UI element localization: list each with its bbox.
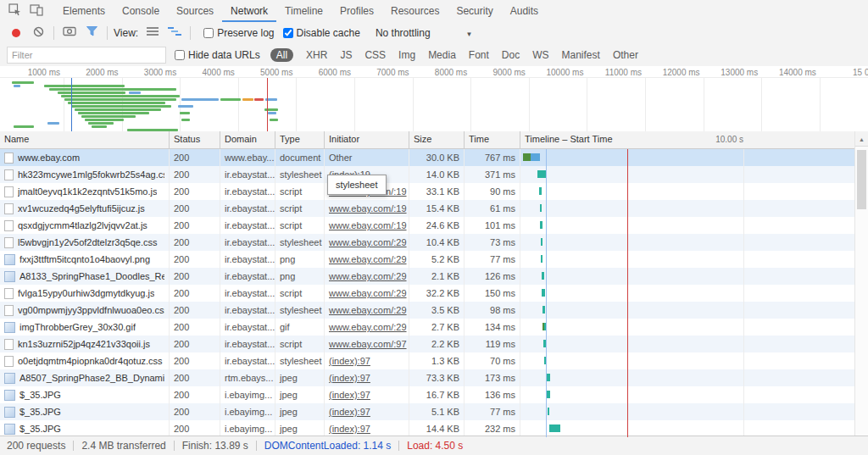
table-row[interactable]: jmalt0eyvq1k1k2ezqntv51k5mo.js200ir.ebay… xyxy=(0,183,868,200)
filter-type-doc[interactable]: Doc xyxy=(502,49,520,61)
filter-type-xhr[interactable]: XHR xyxy=(306,49,327,61)
column-header-timeline-start-time[interactable]: Timeline – Start Time10.00 s xyxy=(520,131,854,148)
request-name: $_35.JPG xyxy=(19,420,61,437)
tab-security[interactable]: Security xyxy=(448,0,501,22)
throttling-select[interactable]: No throttling xyxy=(376,27,473,39)
filter-type-font[interactable]: Font xyxy=(469,49,489,61)
initiator-link[interactable]: www.ebay.com/:29 xyxy=(329,288,407,298)
cell-timeline xyxy=(520,420,854,437)
clear-icon xyxy=(33,26,44,40)
filter-type-manifest[interactable]: Manifest xyxy=(562,49,600,61)
overview-gridline xyxy=(413,77,414,131)
filter-type-img[interactable]: Img xyxy=(398,49,415,61)
filter-input[interactable] xyxy=(7,47,166,64)
filter-type-ws[interactable]: WS xyxy=(532,49,548,61)
tab-timeline[interactable]: Timeline xyxy=(276,0,331,22)
request-name: A8133_SpringPhase1_Doodles_Refresh... xyxy=(19,268,164,285)
preserve-log-checkbox[interactable] xyxy=(203,28,214,38)
initiator-link[interactable]: (index):97 xyxy=(329,407,370,417)
hide-data-urls-checkbox[interactable] xyxy=(175,50,185,60)
camera-icon xyxy=(63,26,76,39)
filter-type-other[interactable]: Other xyxy=(613,49,638,61)
tab-console[interactable]: Console xyxy=(114,0,168,22)
table-row[interactable]: fvlga15ypy0urhiw3dgmytdkyug.js200ir.ebay… xyxy=(0,285,868,302)
waterfall-bar xyxy=(539,187,542,195)
filmstrip-button[interactable] xyxy=(58,23,81,43)
filter-toggle-button[interactable] xyxy=(81,23,103,43)
column-header-domain[interactable]: Domain xyxy=(220,131,275,148)
scroll-thumb[interactable] xyxy=(857,150,866,209)
inspect-element-button[interactable] xyxy=(3,1,25,21)
table-row[interactable]: A8507_SpringPhase2_BB_Dynamic_De...200rt… xyxy=(0,369,868,386)
table-row[interactable]: qsxdgjycmm4tlazlg2lvjqvv2at.js200ir.ebay… xyxy=(0,217,868,234)
overview-pane[interactable]: 1000 ms2000 ms3000 ms4000 ms5000 ms6000 … xyxy=(0,66,868,132)
initiator-link[interactable]: www.ebay.com/:19 xyxy=(329,203,407,214)
table-row[interactable]: hk323mcywe1mlg5fokwrb25s4ag.css200ir.eba… xyxy=(0,166,868,183)
preserve-log-option[interactable]: Preserve log xyxy=(203,27,274,39)
clear-button[interactable] xyxy=(27,23,49,43)
initiator-link[interactable]: (index):97 xyxy=(329,390,370,400)
overview-view-button[interactable] xyxy=(164,23,186,43)
list-view-icon xyxy=(147,26,159,39)
initiator-link[interactable]: www.ebay.com/:29 xyxy=(329,322,407,332)
column-header-type[interactable]: Type xyxy=(275,131,325,148)
cell-time: 77 ms xyxy=(465,251,520,268)
filter-type-js[interactable]: JS xyxy=(340,49,352,61)
cell-name: A8133_SpringPhase1_Doodles_Refresh... xyxy=(0,268,170,285)
cell-domain: i.ebayimg... xyxy=(220,386,275,403)
table-scrollbar[interactable] xyxy=(854,131,868,436)
overview-tick-label: 15 0 xyxy=(853,68,868,77)
tab-resources[interactable]: Resources xyxy=(382,0,448,22)
table-row[interactable]: A8133_SpringPhase1_Doodles_Refresh...200… xyxy=(0,268,868,285)
cell-size: 2.7 KB xyxy=(409,319,465,336)
table-row[interactable]: o0etjdqmtm4piopnka0dr4qotuz.css200ir.eba… xyxy=(0,352,868,369)
table-row[interactable]: l5wbvgjn1y2v5of2dtelzr3q5qe.css200ir.eba… xyxy=(0,234,868,251)
cell-size: 30.0 KB xyxy=(409,149,465,166)
initiator-link[interactable]: www.ebay.com/:29 xyxy=(329,271,407,281)
disable-cache-checkbox[interactable] xyxy=(283,28,293,38)
column-header-name[interactable]: Name xyxy=(0,131,170,148)
table-row[interactable]: $_35.JPG200i.ebayimg...jpeg(index):9716.… xyxy=(0,386,868,403)
overview-request-bar xyxy=(71,105,171,108)
tab-sources[interactable]: Sources xyxy=(168,0,222,22)
tab-network[interactable]: Network xyxy=(222,0,276,22)
table-row[interactable]: vg00mpwmjyy3ppvldfnlwuoa0eo.css200ir.eba… xyxy=(0,302,868,319)
initiator-link[interactable]: www.ebay.com/:19 xyxy=(329,220,407,230)
initiator-link[interactable]: (index):97 xyxy=(329,373,370,383)
initiator-link[interactable]: (index):97 xyxy=(329,356,370,366)
cell-timeline xyxy=(520,149,854,166)
table-row[interactable]: kn1s3uzrni52jp4qz421v33qoii.js200ir.ebay… xyxy=(0,336,868,352)
table-row[interactable]: $_35.JPG200i.ebayimg...jpeg(index):9714.… xyxy=(0,420,868,437)
initiator-link[interactable]: www.ebay.com/:29 xyxy=(329,305,407,315)
hide-data-urls-option[interactable]: Hide data URLs xyxy=(175,49,260,61)
device-toolbar-button[interactable] xyxy=(25,1,47,21)
initiator-link[interactable]: www.ebay.com/:97 xyxy=(329,339,407,349)
table-row[interactable]: fxxj3ttftm5itcqnto1o4baovyl.png200ir.eba… xyxy=(0,251,868,268)
initiator-link[interactable]: (index):97 xyxy=(329,424,370,434)
large-rows-view-button[interactable] xyxy=(142,23,164,43)
column-header-size[interactable]: Size xyxy=(409,131,465,148)
column-header-status[interactable]: Status xyxy=(170,131,220,148)
cell-timeline xyxy=(520,217,854,234)
filter-type-media[interactable]: Media xyxy=(428,49,456,61)
tab-audits[interactable]: Audits xyxy=(502,0,547,22)
tab-elements[interactable]: Elements xyxy=(54,0,114,22)
record-button[interactable] xyxy=(5,23,27,43)
tab-profiles[interactable]: Profiles xyxy=(331,0,382,22)
disable-cache-option[interactable]: Disable cache xyxy=(283,27,360,39)
column-header-initiator[interactable]: Initiator xyxy=(325,131,409,148)
overview-request-bar xyxy=(75,108,161,111)
table-row[interactable]: imgThrobberGrey_30x30.gif200ir.ebaystat.… xyxy=(0,319,868,336)
toolbar-separator xyxy=(53,26,54,40)
table-row[interactable]: www.ebay.com200www.ebay...documentOther3… xyxy=(0,149,868,166)
column-header-time[interactable]: Time xyxy=(465,131,520,148)
initiator-link[interactable]: www.ebay.com/:29 xyxy=(329,254,407,264)
table-row[interactable]: xv1wcuzedq4g5elyftufi5ijcuz.js200ir.ebay… xyxy=(0,200,868,217)
filter-type-all[interactable]: All xyxy=(270,48,293,62)
cell-type: script xyxy=(275,217,325,234)
waterfall-bar xyxy=(542,289,545,297)
filter-type-css[interactable]: CSS xyxy=(364,49,386,61)
scroll-up-icon[interactable] xyxy=(855,131,868,147)
initiator-link[interactable]: www.ebay.com/:29 xyxy=(329,237,407,247)
table-row[interactable]: $_35.JPG200i.ebayimg...jpeg(index):975.1… xyxy=(0,403,868,420)
